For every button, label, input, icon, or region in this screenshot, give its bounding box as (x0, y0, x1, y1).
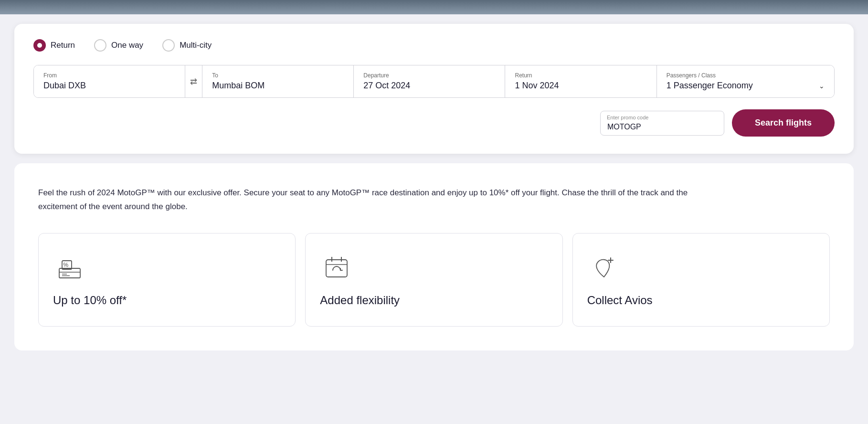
radio-return-circle (33, 39, 46, 52)
calendar-flexibility-icon (322, 253, 351, 282)
trip-type-return[interactable]: Return (33, 39, 75, 52)
trip-type-multi-city[interactable]: Multi-city (162, 39, 212, 52)
info-description: Feel the rush of 2024 MotoGP™ with our e… (38, 186, 707, 214)
return-value: 1 Nov 2024 (515, 81, 646, 91)
avios-icon-area (587, 251, 621, 284)
trip-type-return-label: Return (51, 41, 75, 50)
search-fields-row: From Dubai DXB ⇄ To Mumbai BOM Departure… (33, 65, 835, 98)
feature-cards-row: % Up to 10% off* (38, 233, 830, 327)
promo-code-wrapper: Enter promo code (600, 111, 724, 136)
passengers-inner: 1 Passenger Economy ⌄ (667, 81, 825, 91)
passengers-label: Passengers / Class (667, 72, 825, 79)
bottom-row: Enter promo code Search flights (33, 109, 835, 137)
discount-icon-area: % (53, 251, 86, 284)
passengers-value: 1 Passenger Economy (667, 81, 753, 91)
to-field[interactable]: To Mumbai BOM (202, 65, 354, 97)
trip-type-oneway-label: One way (111, 41, 143, 50)
departure-label: Departure (363, 72, 495, 79)
return-field[interactable]: Return 1 Nov 2024 (505, 65, 656, 97)
to-label: To (212, 72, 344, 79)
svg-text:%: % (64, 262, 69, 268)
from-value: Dubai DXB (43, 81, 175, 91)
feature-title-avios: Collect Avios (587, 294, 815, 307)
trip-type-one-way[interactable]: One way (94, 39, 143, 52)
avios-collect-icon (590, 253, 618, 282)
discount-tag-icon: % (55, 253, 84, 282)
feature-title-flexibility: Added flexibility (320, 294, 548, 307)
radio-oneway-circle (94, 39, 106, 52)
flexibility-icon-area (320, 251, 353, 284)
feature-card-avios: Collect Avios (572, 233, 830, 327)
feature-card-discount: % Up to 10% off* (38, 233, 296, 327)
trip-type-row: Return One way Multi-city (33, 39, 835, 52)
feature-card-flexibility: Added flexibility (305, 233, 562, 327)
hero-image (0, 0, 868, 14)
search-flights-button[interactable]: Search flights (732, 109, 835, 137)
chevron-down-icon: ⌄ (819, 82, 825, 90)
return-label: Return (515, 72, 646, 79)
swap-button[interactable]: ⇄ (185, 65, 202, 97)
to-value: Mumbai BOM (212, 81, 344, 91)
info-section: Feel the rush of 2024 MotoGP™ with our e… (14, 163, 854, 350)
svg-rect-6 (326, 260, 347, 277)
radio-multicity-circle (162, 39, 175, 52)
feature-title-discount: Up to 10% off* (53, 294, 281, 307)
swap-icon: ⇄ (190, 76, 197, 87)
trip-type-multicity-label: Multi-city (180, 41, 212, 50)
passengers-field[interactable]: Passengers / Class 1 Passenger Economy ⌄ (657, 65, 834, 97)
from-field[interactable]: From Dubai DXB (34, 65, 185, 97)
departure-value: 27 Oct 2024 (363, 81, 495, 91)
search-card: Return One way Multi-city From Dubai DXB… (14, 24, 854, 154)
from-label: From (43, 72, 175, 79)
promo-label: Enter promo code (607, 115, 648, 120)
svg-rect-0 (59, 268, 80, 278)
departure-field[interactable]: Departure 27 Oct 2024 (354, 65, 505, 97)
